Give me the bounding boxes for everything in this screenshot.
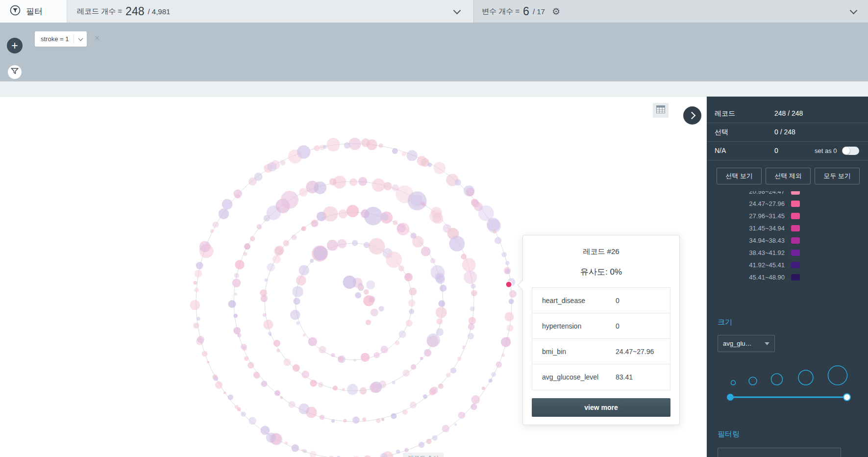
legend-item[interactable]: 41.92~45.41 — [707, 259, 868, 271]
data-point[interactable] — [501, 354, 505, 357]
data-point[interactable] — [290, 310, 300, 320]
data-point[interactable] — [233, 313, 238, 318]
data-point[interactable] — [194, 281, 198, 285]
data-point[interactable] — [435, 273, 445, 282]
data-point[interactable] — [310, 451, 317, 457]
data-point[interactable] — [331, 419, 335, 423]
table-view-button[interactable] — [653, 103, 669, 118]
data-point[interactable] — [458, 411, 466, 419]
data-point[interactable] — [442, 425, 449, 432]
data-point[interactable] — [348, 138, 361, 150]
data-point[interactable] — [283, 240, 290, 247]
data-point[interactable] — [366, 320, 371, 325]
data-point[interactable] — [228, 300, 236, 308]
data-point[interactable] — [353, 359, 356, 362]
data-point[interactable] — [449, 236, 465, 252]
data-point[interactable] — [423, 394, 427, 399]
data-point[interactable] — [426, 439, 432, 444]
data-point[interactable] — [509, 299, 514, 304]
data-point[interactable] — [370, 382, 380, 393]
data-point[interactable] — [436, 318, 443, 325]
data-point[interactable] — [360, 387, 367, 395]
data-point[interactable] — [347, 205, 359, 217]
data-point[interactable] — [228, 394, 233, 400]
size-variable-dropdown[interactable]: avg_glu… — [718, 335, 775, 352]
data-point[interactable] — [297, 145, 310, 158]
data-point[interactable] — [379, 143, 383, 148]
data-point[interactable] — [349, 178, 357, 186]
data-point[interactable] — [436, 307, 447, 318]
legend-item[interactable]: 31.45~34.94 — [707, 222, 868, 234]
data-point[interactable] — [466, 188, 474, 197]
data-point[interactable] — [233, 327, 241, 334]
data-point[interactable] — [199, 241, 211, 252]
data-point[interactable] — [505, 269, 510, 274]
set-as-zero-toggle[interactable] — [842, 147, 859, 155]
data-point[interactable] — [468, 323, 475, 330]
data-point[interactable] — [265, 279, 268, 282]
data-point[interactable] — [362, 417, 366, 421]
data-point[interactable] — [274, 247, 283, 256]
data-point[interactable] — [411, 364, 416, 370]
data-point[interactable] — [462, 348, 464, 349]
legend-item[interactable]: 38.43~41.92 — [707, 247, 868, 259]
data-point[interactable] — [292, 286, 303, 297]
data-point[interactable] — [267, 263, 275, 272]
data-point[interactable] — [404, 448, 409, 452]
data-point[interactable] — [197, 317, 200, 321]
data-point[interactable] — [222, 199, 233, 210]
data-point[interactable] — [194, 270, 202, 278]
data-point[interactable] — [243, 252, 248, 256]
data-point[interactable] — [392, 148, 398, 154]
data-point[interactable] — [333, 385, 338, 390]
data-point[interactable] — [194, 288, 199, 293]
data-point[interactable] — [273, 255, 281, 263]
data-point[interactable] — [428, 163, 432, 167]
data-point[interactable] — [296, 275, 306, 285]
data-point[interactable] — [343, 419, 347, 422]
data-point[interactable] — [397, 224, 406, 232]
data-point[interactable] — [501, 337, 511, 347]
data-point[interactable] — [285, 441, 288, 444]
data-point[interactable] — [210, 229, 214, 233]
data-point[interactable] — [338, 356, 344, 362]
data-point[interactable] — [235, 405, 239, 409]
data-point[interactable] — [213, 222, 219, 228]
data-point[interactable] — [468, 333, 474, 339]
data-point[interactable] — [256, 224, 262, 229]
data-point[interactable] — [358, 177, 367, 186]
data-point[interactable] — [244, 243, 250, 250]
show-selected-button[interactable]: 선택 보기 — [717, 168, 762, 184]
data-point[interactable] — [457, 356, 462, 361]
show-all-button[interactable]: 모두 보기 — [815, 168, 860, 184]
data-point[interactable] — [505, 261, 510, 265]
data-point[interactable] — [410, 402, 417, 408]
data-point[interactable] — [386, 252, 402, 268]
data-point[interactable] — [296, 321, 299, 325]
data-point[interactable] — [438, 300, 445, 307]
data-point[interactable] — [293, 364, 300, 372]
data-point[interactable] — [248, 417, 256, 425]
data-point[interactable] — [232, 279, 241, 287]
data-point[interactable] — [344, 142, 350, 149]
data-point[interactable] — [469, 317, 476, 324]
data-point[interactable] — [369, 238, 385, 254]
data-point[interactable] — [470, 306, 475, 311]
data-point[interactable] — [408, 300, 416, 307]
data-point[interactable] — [260, 289, 267, 297]
data-point[interactable] — [193, 323, 199, 329]
data-point[interactable] — [433, 162, 446, 174]
gear-icon[interactable]: ⚙ — [552, 6, 560, 17]
data-point[interactable] — [303, 334, 305, 336]
data-point[interactable] — [429, 210, 442, 223]
data-point[interactable] — [420, 357, 423, 360]
data-point[interactable] — [261, 426, 270, 435]
data-point[interactable] — [424, 349, 431, 356]
legend-item[interactable]: 20.98~24.47 — [707, 191, 868, 198]
data-point[interactable] — [402, 152, 407, 156]
data-point[interactable] — [292, 234, 297, 240]
data-point[interactable] — [323, 206, 338, 222]
variable-panel-chevron-down-icon[interactable] — [850, 7, 858, 15]
data-point[interactable] — [506, 325, 513, 331]
data-point[interactable] — [399, 330, 406, 338]
